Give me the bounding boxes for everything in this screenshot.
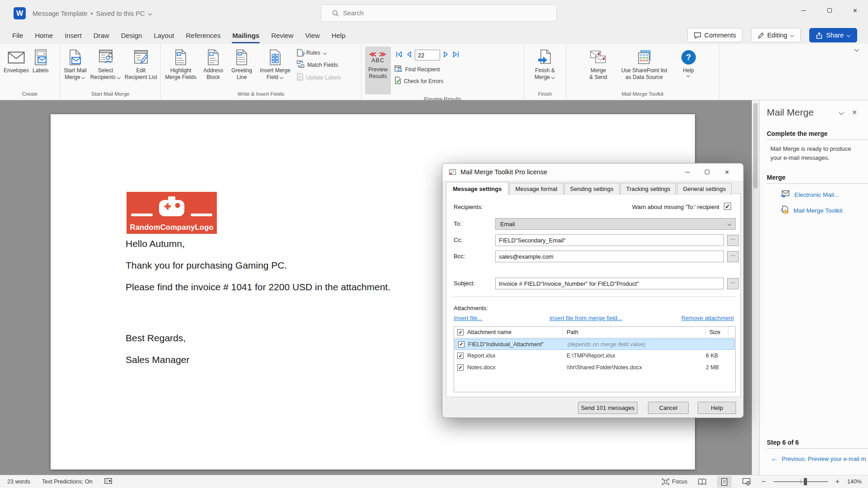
tab-tracking-settings[interactable]: Tracking settings bbox=[620, 183, 676, 195]
toolkit-help-button[interactable]: ? Help bbox=[680, 46, 698, 79]
zoom-slider-handle[interactable] bbox=[804, 478, 807, 485]
update-labels-button[interactable]: Update Labels bbox=[296, 73, 341, 82]
tab-view[interactable]: View bbox=[299, 28, 325, 43]
company-logo-image[interactable]: RandomCompanyLogo bbox=[127, 192, 217, 234]
attachment-row-merge-field[interactable]: ✓FIELD"Individual_Attachment" (depends o… bbox=[455, 339, 735, 350]
select-recipients-button[interactable]: Select Recipients bbox=[89, 46, 123, 82]
mail-merge-toolkit-link[interactable]: Mail Merge Toolkit bbox=[780, 205, 868, 215]
tab-insert[interactable]: Insert bbox=[59, 28, 88, 43]
tab-draw[interactable]: Draw bbox=[88, 28, 115, 43]
row-checkbox[interactable]: ✓ bbox=[457, 364, 464, 371]
attachment-row-report[interactable]: ✓Report.xlsx E:\TMP\Report.xlsx 6 KB bbox=[454, 350, 735, 362]
tab-message-settings[interactable]: Message settings bbox=[446, 182, 508, 195]
first-record-button[interactable] bbox=[395, 51, 403, 60]
warn-missing-to-checkbox[interactable]: ✓ bbox=[724, 203, 731, 210]
attachments-table-header[interactable]: ✓Attachment name Path Size bbox=[454, 327, 735, 338]
cc-field[interactable] bbox=[495, 234, 724, 246]
tab-references[interactable]: References bbox=[180, 28, 226, 43]
sharepoint-data-source-button[interactable]: Use SharePoint list as Data Source bbox=[614, 46, 675, 82]
zoom-in-button[interactable]: + bbox=[835, 478, 840, 486]
document-title[interactable]: Message Template • Saved to this PC bbox=[33, 0, 152, 27]
remove-attachment-link[interactable]: Remove attachment bbox=[681, 315, 734, 321]
to-field-select[interactable]: Email bbox=[495, 218, 736, 230]
minimize-button[interactable] bbox=[791, 0, 816, 21]
insert-file-link[interactable]: Insert file... bbox=[454, 315, 483, 321]
text-predictions-icon[interactable] bbox=[104, 478, 112, 486]
record-number-input[interactable] bbox=[415, 50, 440, 60]
merge-and-send-button[interactable]: Merge & Send bbox=[587, 46, 609, 82]
tab-mailings[interactable]: Mailings bbox=[226, 28, 265, 43]
dialog-titlebar[interactable]: Mail Merge Toolkit Pro license ✕ bbox=[442, 163, 743, 181]
letter-closing[interactable]: Best Regards, bbox=[126, 333, 186, 344]
attachment-row-notes[interactable]: ✓Notes.docx \\hr\Shared Folder\Notes.doc… bbox=[454, 362, 735, 373]
match-fields-button[interactable]: Match Fields bbox=[296, 60, 341, 70]
find-recipient-button[interactable]: Find Recipient bbox=[394, 65, 460, 74]
tab-review[interactable]: Review bbox=[265, 28, 299, 43]
zoom-level[interactable]: 140% bbox=[847, 479, 862, 485]
tab-design[interactable]: Design bbox=[115, 28, 148, 43]
focus-mode-button[interactable]: Focus bbox=[662, 479, 687, 485]
search-input[interactable]: Search bbox=[321, 5, 557, 22]
cc-browse-button[interactable]: ... bbox=[727, 235, 739, 246]
subject-field[interactable] bbox=[495, 278, 724, 289]
letter-greeting[interactable]: Hello Autumn, bbox=[126, 238, 185, 249]
previous-step-link[interactable]: ← Previous: Preview your e-mail m bbox=[770, 454, 868, 463]
last-record-button[interactable] bbox=[452, 51, 460, 60]
tab-layout[interactable]: Layout bbox=[148, 28, 180, 43]
rules-button[interactable]: ? Rules bbox=[296, 49, 341, 57]
zoom-out-button[interactable]: − bbox=[761, 478, 765, 486]
dialog-minimize-button[interactable] bbox=[677, 163, 697, 181]
maximize-button[interactable] bbox=[816, 0, 842, 21]
task-pane-options-button[interactable] bbox=[835, 107, 848, 118]
letter-body-2[interactable]: Please find the invoice # 1041 for 2200 … bbox=[126, 282, 390, 293]
start-mail-merge-button[interactable]: Start Mail Merge bbox=[62, 46, 89, 82]
web-layout-button[interactable] bbox=[739, 476, 754, 488]
greeting-line-button[interactable]: Greeting Line bbox=[228, 46, 256, 82]
tab-file[interactable]: File bbox=[6, 28, 29, 43]
insert-file-from-merge-field-link[interactable]: Insert file from merge field... bbox=[549, 315, 622, 321]
previous-record-button[interactable] bbox=[406, 51, 412, 60]
comments-button[interactable]: Comments bbox=[687, 28, 742, 42]
scrollbar-thumb[interactable] bbox=[753, 103, 758, 189]
collapse-ribbon-button[interactable] bbox=[854, 45, 860, 53]
select-all-checkbox[interactable]: ✓ bbox=[457, 329, 464, 335]
highlight-merge-fields-button[interactable]: Highlight Merge Fields bbox=[163, 46, 199, 82]
word-app-icon[interactable]: W bbox=[14, 7, 26, 19]
read-mode-button[interactable] bbox=[695, 476, 709, 488]
dialog-maximize-button[interactable] bbox=[697, 163, 717, 181]
vertical-scrollbar[interactable] bbox=[752, 100, 759, 475]
tab-help[interactable]: Help bbox=[326, 28, 352, 43]
tab-sending-settings[interactable]: Sending settings bbox=[564, 183, 619, 195]
dialog-close-button[interactable]: ✕ bbox=[717, 163, 737, 181]
address-block-button[interactable]: Address Block bbox=[199, 46, 228, 82]
row-checkbox[interactable]: ✓ bbox=[458, 341, 464, 348]
row-checkbox[interactable]: ✓ bbox=[457, 353, 464, 359]
electronic-mail-link[interactable]: Electronic Mail... bbox=[780, 190, 868, 199]
bcc-browse-button[interactable]: ... bbox=[727, 251, 739, 262]
finish-merge-button[interactable]: Finish & Merge bbox=[533, 46, 557, 82]
tab-message-format[interactable]: Message format bbox=[509, 183, 563, 195]
word-count[interactable]: 23 words bbox=[7, 479, 30, 485]
check-for-errors-button[interactable]: Check for Errors bbox=[394, 76, 460, 86]
next-record-button[interactable] bbox=[443, 51, 449, 60]
help-button[interactable]: Help bbox=[698, 402, 736, 414]
editing-mode-button[interactable]: Editing bbox=[751, 28, 801, 42]
bcc-field[interactable] bbox=[495, 251, 724, 262]
close-button[interactable]: ✕ bbox=[842, 0, 868, 21]
tab-home[interactable]: Home bbox=[29, 28, 59, 43]
task-pane-close-button[interactable]: ✕ bbox=[848, 107, 861, 118]
letter-body-1[interactable]: Thank you for purchasing Gaming PC. bbox=[126, 260, 287, 271]
cancel-button[interactable]: Cancel bbox=[648, 402, 689, 414]
labels-button[interactable]: Labels bbox=[31, 46, 50, 75]
letter-signature[interactable]: Sales Manager bbox=[126, 354, 189, 365]
zoom-slider[interactable] bbox=[774, 481, 828, 482]
envelopes-button[interactable]: Envelopes bbox=[2, 46, 31, 75]
text-predictions-status[interactable]: Text Predictions: On bbox=[42, 479, 93, 485]
edit-recipient-list-button[interactable]: Edit Recipient List bbox=[123, 46, 159, 82]
subject-browse-button[interactable]: ... bbox=[727, 278, 739, 289]
print-layout-button[interactable] bbox=[717, 476, 732, 488]
preview-results-button[interactable]: ≪ ≫ ABC Preview Results bbox=[365, 46, 391, 94]
tab-general-settings[interactable]: General settings bbox=[677, 183, 732, 195]
send-messages-button[interactable]: Send 101 messages bbox=[578, 402, 638, 414]
share-button[interactable]: Share bbox=[809, 28, 857, 42]
